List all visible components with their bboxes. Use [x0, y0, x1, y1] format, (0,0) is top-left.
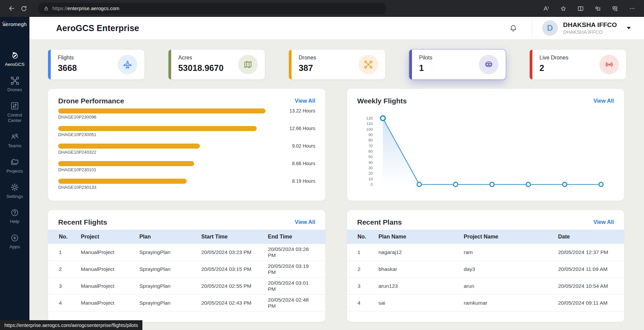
- drone-id-label: DHAGE10P230101: [58, 167, 274, 172]
- stat-accent-bar: [48, 50, 51, 79]
- hours-label: 13.22 Hours: [279, 108, 315, 120]
- settings-gear-icon: [10, 182, 20, 193]
- favorite-star-icon[interactable]: [559, 3, 568, 14]
- svg-text:60: 60: [368, 149, 373, 153]
- performance-bar: [58, 144, 200, 149]
- stat-card-pilots[interactable]: Pilots1: [409, 50, 506, 79]
- browser-action-icons: [542, 3, 639, 14]
- data-point: [599, 182, 603, 187]
- table-cell: 20/05/2024 03:19 PM: [268, 263, 317, 275]
- aerogcs-drone-icon: [10, 50, 20, 60]
- sidebar-item-label: Control Center: [0, 112, 29, 123]
- table-header-row: No.ProjectPlanStart TimeEnd Time: [48, 230, 325, 244]
- read-aloud-icon[interactable]: [542, 3, 550, 14]
- table-row[interactable]: 4ManualProjectSprayingPlan20/05/2024 02:…: [48, 295, 325, 311]
- user-organization: DHAKSHA IFFCO: [563, 29, 617, 35]
- table-row[interactable]: 4sairamkumar20/05/2024 09:11 AM: [347, 295, 624, 311]
- sidebar-item-help[interactable]: Help: [0, 207, 29, 224]
- table-cell: 20/05/2024 12:37 PM: [558, 249, 616, 255]
- svg-text:120: 120: [366, 116, 373, 120]
- table-cell: 20/05/2024 02:48 PM: [268, 297, 317, 309]
- url-scheme: https://: [52, 6, 67, 11]
- chevron-down-icon[interactable]: [626, 26, 631, 30]
- logo-arc-icon: [2, 19, 7, 25]
- browser-essentials-icon[interactable]: [611, 3, 619, 14]
- performance-bar: [58, 179, 187, 184]
- sidebar-item-label: Apps: [9, 244, 21, 250]
- data-point: [526, 182, 531, 187]
- quad-drone-icon: [359, 55, 378, 74]
- more-options-icon[interactable]: [628, 3, 637, 14]
- table-cell: ManualProject: [81, 266, 139, 272]
- user-name: DHAKSHA IFFCO: [563, 21, 617, 29]
- svg-text:100: 100: [366, 127, 373, 131]
- weekly-flights-panel: Weekly Flights View All 1201101009080706…: [347, 89, 624, 201]
- svg-text:30: 30: [368, 166, 373, 170]
- split-screen-icon[interactable]: [576, 3, 585, 14]
- sidebar-item-teams[interactable]: Teams: [0, 132, 29, 149]
- view-all-link[interactable]: View All: [594, 98, 614, 104]
- address-bar[interactable]: https://enterprise.aerogcs.com: [38, 3, 386, 14]
- link-preview-url: https://enterprise.aerogcs.com/aerogcsen…: [4, 323, 138, 328]
- table-row[interactable]: 2bhaskarday320/05/2024 11:09 AM: [347, 261, 624, 278]
- data-point: [490, 182, 494, 187]
- table-row[interactable]: 1ManualProjectSprayingPlan20/05/2024 03:…: [48, 244, 325, 261]
- sidebar-item-drones[interactable]: Drones: [0, 76, 29, 93]
- performance-bar: [58, 161, 194, 166]
- page-title: AeroGCS Enterprise: [56, 23, 139, 33]
- table-row[interactable]: 2ManualProjectSprayingPlan20/05/2024 03:…: [48, 261, 325, 278]
- sidebar-item-settings[interactable]: Settings: [0, 182, 29, 199]
- view-all-link[interactable]: View All: [594, 219, 614, 225]
- table-row[interactable]: 1nagaraj12ram20/05/2024 12:37 PM: [347, 244, 624, 261]
- sidebar-item-apps[interactable]: Apps: [0, 233, 29, 250]
- user-menu[interactable]: DHAKSHA IFFCO DHAKSHA IFFCO: [563, 21, 617, 35]
- plane-icon: [118, 55, 137, 74]
- sidebar-item-label: Drones: [7, 87, 23, 93]
- sidebar-item-aerogcs[interactable]: AeroGCS: [0, 50, 29, 67]
- favorites-bar-icon[interactable]: [593, 3, 602, 14]
- sidebar: aeromegh AeroGCSDronesControl CenterTeam…: [0, 17, 29, 330]
- svg-text:50: 50: [368, 155, 373, 159]
- stat-card-acres[interactable]: Acres53018.9670: [168, 50, 265, 79]
- hours-label: 9.02 Hours: [279, 144, 315, 155]
- stat-card-drones[interactable]: Drones387: [289, 50, 385, 79]
- table-cell: day3: [464, 266, 558, 272]
- table-cell: 2: [358, 266, 378, 272]
- sidebar-item-control-center[interactable]: Control Center: [0, 101, 29, 123]
- avatar[interactable]: D: [542, 20, 558, 36]
- recent-plans-panel: Recent Plans View All No.Plan NameProjec…: [347, 210, 624, 322]
- panel-title: Weekly Flights: [357, 97, 407, 105]
- table-cell: 20/05/2024 02:55 PM: [201, 283, 268, 289]
- stat-accent-bar: [530, 50, 532, 79]
- hours-label: 8.66 Hours: [279, 161, 315, 172]
- sidebar-item-projects[interactable]: Projects: [0, 157, 29, 174]
- notifications-bell-icon[interactable]: [509, 24, 518, 32]
- back-icon[interactable]: [5, 2, 18, 15]
- stat-card-flights[interactable]: Flights3668: [48, 50, 144, 79]
- hours-label: 8.19 Hours: [279, 179, 315, 190]
- view-all-link[interactable]: View All: [295, 219, 315, 225]
- column-header-end-time: End Time: [268, 234, 317, 240]
- stat-card-live-drones[interactable]: Live Drones2: [530, 50, 626, 79]
- table-cell: 4: [358, 300, 378, 306]
- performance-bar: [58, 108, 266, 113]
- table-cell: 1: [358, 249, 378, 255]
- table-cell: ramkumar: [464, 300, 558, 306]
- drone-id-label: DHAGE10P230051: [58, 132, 274, 137]
- sidebar-item-label: Teams: [7, 143, 22, 149]
- table-cell: ManualProject: [81, 283, 139, 289]
- refresh-icon[interactable]: [18, 2, 30, 15]
- url-text: https://enterprise.aerogcs.com: [52, 6, 119, 11]
- view-all-link[interactable]: View All: [295, 98, 315, 104]
- table-row[interactable]: 3ManualProjectSprayingPlan20/05/2024 02:…: [48, 278, 325, 295]
- data-point: [562, 182, 567, 187]
- svg-text:20: 20: [368, 171, 373, 175]
- table-cell: 20/05/2024 03:15 PM: [201, 266, 268, 272]
- table-cell: SprayingPlan: [139, 300, 201, 306]
- performance-bar-row: DHAGE10P2403229.02 Hours: [58, 144, 315, 155]
- table-cell: SprayingPlan: [139, 283, 201, 289]
- panel-title: Recent Plans: [357, 218, 402, 226]
- performance-bar: [58, 126, 257, 131]
- dashboard-content: Flights3668Acres53018.9670Drones387Pilot…: [29, 39, 644, 330]
- table-row[interactable]: 3arun123arun20/05/2024 10:54 AM: [347, 278, 624, 295]
